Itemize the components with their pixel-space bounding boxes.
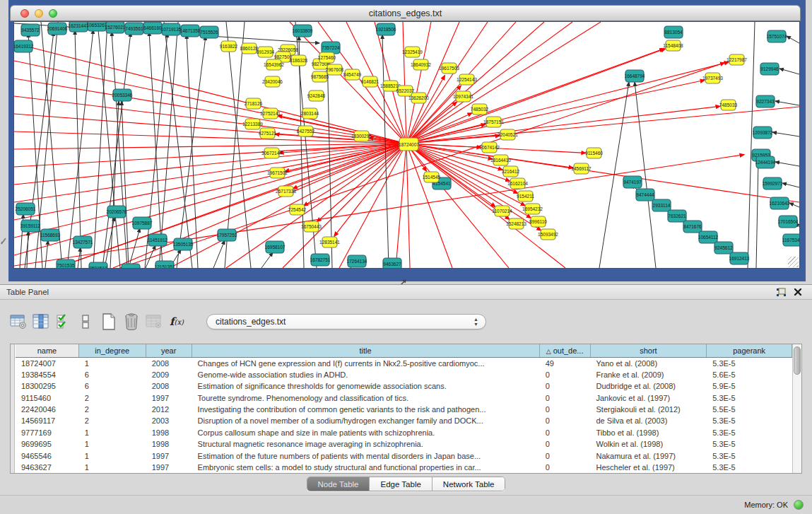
table-cell[interactable]: 1997 bbox=[146, 462, 192, 473]
new-table-icon[interactable] bbox=[100, 313, 117, 331]
graph-node[interactable]: 10974341 bbox=[453, 91, 473, 102]
table-cell[interactable]: Hescheler et al. (1997) bbox=[591, 462, 707, 473]
table-cell[interactable]: Changes of HCN gene expression and I(f) … bbox=[192, 358, 540, 369]
graph-node[interactable]: 12151351 bbox=[155, 261, 175, 268]
graph-node[interactable]: 8912934 bbox=[257, 47, 275, 57]
graph-node[interactable]: 11451912 bbox=[148, 234, 168, 246]
graph-node[interactable]: 17957253 bbox=[217, 229, 237, 241]
function-builder-icon[interactable]: f(x) bbox=[168, 313, 185, 331]
graph-node[interactable]: 15015352 bbox=[121, 264, 141, 268]
table-cell[interactable]: 5.3E-5 bbox=[707, 358, 792, 369]
column-header-short[interactable]: short bbox=[591, 344, 707, 357]
graph-node[interactable]: 13427571 bbox=[73, 236, 93, 248]
table-row[interactable]: 946362711997Embryonic stem cells: a mode… bbox=[16, 462, 792, 473]
graph-node[interactable]: 12752141 bbox=[260, 108, 281, 119]
graph-node[interactable]: 4275121 bbox=[259, 128, 277, 139]
graph-node[interactable]: 9115460 bbox=[585, 148, 603, 158]
graph-node[interactable]: 16419312 bbox=[14, 40, 34, 52]
table-cell[interactable]: 2008 bbox=[146, 381, 192, 392]
table-cell[interactable]: 2 bbox=[79, 416, 146, 427]
table-cell[interactable]: 9699695 bbox=[16, 439, 79, 450]
graph-node[interactable]: 2718126 bbox=[245, 98, 263, 109]
table-cell[interactable]: 1 bbox=[79, 358, 146, 369]
graph-node[interactable]: 12213389 bbox=[242, 119, 263, 129]
table-cell[interactable]: 0 bbox=[540, 462, 591, 473]
table-cell[interactable]: 2012 bbox=[146, 404, 192, 416]
select-rows-icon[interactable] bbox=[55, 313, 72, 331]
table-cell[interactable]: 5.3E-5 bbox=[707, 450, 792, 462]
table-cell[interactable]: 1 bbox=[79, 427, 146, 438]
table-cell[interactable]: Estimation of significance thresholds fo… bbox=[192, 381, 540, 392]
graph-node[interactable]: 16033809 bbox=[293, 25, 313, 37]
graph-node[interactable]: 7254542 bbox=[288, 204, 307, 215]
graph-node[interactable]: 9245612 bbox=[714, 242, 733, 254]
graph-node[interactable]: 16958107 bbox=[265, 241, 286, 253]
table-cell[interactable]: 5.3E-5 bbox=[707, 427, 792, 438]
graph-node[interactable]: 18164410 bbox=[490, 155, 511, 165]
table-cell[interactable]: 0 bbox=[540, 392, 591, 404]
graph-node[interactable]: 11070214 bbox=[492, 206, 512, 216]
table-row[interactable]: 977716911998Corpus callosum shape and si… bbox=[16, 427, 792, 438]
table-cell[interactable]: 9465546 bbox=[16, 450, 79, 462]
table-cell[interactable]: 1 bbox=[79, 462, 146, 473]
graph-node[interactable]: 11675344 bbox=[782, 234, 799, 246]
graph-node[interactable]: 8454749 bbox=[343, 69, 362, 80]
graph-node[interactable]: 13505135 bbox=[173, 238, 194, 250]
table-cell[interactable]: Disruption of a novel member of a sodium… bbox=[192, 416, 540, 427]
graph-node[interactable]: 7501535 bbox=[57, 259, 75, 268]
table-cell[interactable]: 2008 bbox=[146, 358, 192, 369]
show-columns-icon[interactable] bbox=[33, 313, 49, 331]
table-cell[interactable]: 14569117 bbox=[16, 416, 79, 427]
graph-node[interactable]: 14671358 bbox=[180, 25, 201, 37]
graph-node[interactable]: 9242848 bbox=[307, 90, 326, 101]
graph-node[interactable]: 1514545 bbox=[423, 172, 441, 182]
close-panel-icon[interactable] bbox=[794, 288, 802, 296]
graph-node[interactable]: 9474444 bbox=[636, 189, 654, 201]
graph-node[interactable]: 7485033 bbox=[719, 100, 738, 110]
graph-node[interactable]: 2967608 bbox=[326, 64, 344, 75]
graph-node[interactable]: 16210643 bbox=[770, 197, 790, 209]
graph-node[interactable]: 16954232 bbox=[522, 204, 543, 214]
graph-node[interactable]: 9154211 bbox=[517, 191, 534, 201]
toggle-panel-icon[interactable] bbox=[78, 313, 95, 331]
column-header-year[interactable]: year bbox=[146, 344, 192, 357]
graph-node[interactable]: 17016504 bbox=[778, 216, 799, 228]
table-cell[interactable]: Tourette syndrome. Phenomenology and cla… bbox=[192, 392, 540, 404]
table-selector-dropdown[interactable]: citations_edges.txt ▲▼ bbox=[206, 314, 486, 329]
graph-node[interactable]: 6466160 bbox=[143, 22, 162, 34]
graph-node[interactable]: 39159112 bbox=[20, 220, 41, 232]
graph-node[interactable]: 17264134 bbox=[347, 255, 367, 267]
graph-node[interactable]: 12835141 bbox=[319, 237, 340, 247]
table-cell[interactable]: Corpus callosum shape and size in male p… bbox=[192, 427, 540, 438]
table-cell[interactable]: 1 bbox=[79, 439, 146, 450]
graph-node[interactable]: 19218506 bbox=[376, 23, 396, 35]
graph-node[interactable]: 16782751 bbox=[310, 254, 331, 266]
graph-node[interactable]: 16543962 bbox=[264, 59, 284, 70]
graph-node[interactable]: 11548408 bbox=[663, 40, 683, 51]
table-cell[interactable]: Franke et al. (2009) bbox=[591, 369, 707, 380]
table-cell[interactable]: 9777169 bbox=[16, 427, 79, 438]
graph-node[interactable]: 2803144 bbox=[301, 108, 319, 119]
table-cell[interactable]: Structural magnetic resonance image aver… bbox=[192, 439, 540, 450]
column-header-title[interactable]: title bbox=[192, 344, 540, 357]
table-row[interactable]: 946554611997Estimation of the future num… bbox=[16, 450, 792, 462]
graph-node[interactable]: 9501513 bbox=[89, 262, 107, 268]
graph-node[interactable]: 18300295 bbox=[351, 131, 372, 141]
table-cell[interactable]: Investigating the contribution of common… bbox=[192, 404, 540, 416]
graph-node[interactable]: 15093492 bbox=[538, 229, 558, 240]
table-row[interactable]: 2242004622012Investigating the contribut… bbox=[16, 404, 792, 416]
table-cell[interactable]: 5.3E-5 bbox=[707, 416, 792, 427]
graph-node[interactable]: 9875685 bbox=[311, 71, 329, 82]
graph-node[interactable]: 9435572 bbox=[21, 24, 40, 36]
graph-node[interactable]: 19617503 bbox=[439, 63, 459, 74]
table-cell[interactable]: 6 bbox=[79, 381, 146, 392]
import-table-icon[interactable] bbox=[146, 313, 163, 331]
tab-network-table[interactable]: Network Table bbox=[433, 477, 505, 491]
graph-node[interactable]: 9474197 bbox=[623, 176, 642, 188]
graph-node[interactable]: 15248213 bbox=[506, 218, 526, 229]
graph-node[interactable]: 12254143 bbox=[457, 74, 477, 85]
graph-node[interactable]: 10653267 bbox=[87, 22, 107, 31]
table-cell[interactable]: 5.9E-5 bbox=[707, 381, 792, 392]
table-cell[interactable]: Tibbo et al. (1998) bbox=[591, 427, 707, 438]
table-cell[interactable]: 1 bbox=[79, 450, 146, 462]
